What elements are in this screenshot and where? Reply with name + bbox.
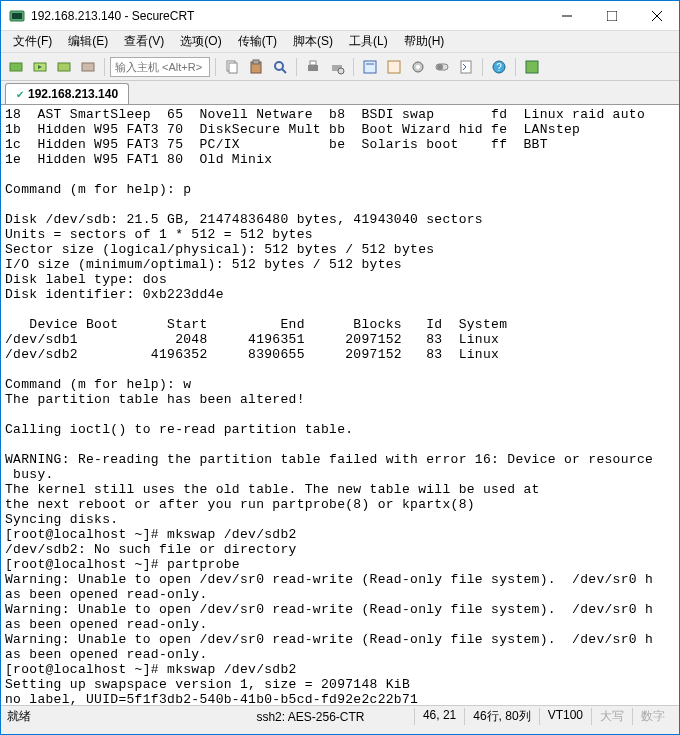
session-options-icon[interactable] <box>359 56 381 78</box>
statusbar: 就绪 ssh2: AES-256-CTR 46, 21 46行, 80列 VT1… <box>1 705 679 727</box>
svg-rect-17 <box>310 61 316 65</box>
separator <box>482 58 483 76</box>
script-icon[interactable] <box>455 56 477 78</box>
minimize-button[interactable] <box>544 1 589 31</box>
svg-rect-30 <box>526 61 538 73</box>
maximize-button[interactable] <box>589 1 634 31</box>
toolbar: ? <box>1 53 679 81</box>
reconnect-icon[interactable] <box>53 56 75 78</box>
separator <box>353 58 354 76</box>
tab-session[interactable]: ✔ 192.168.213.140 <box>5 83 129 104</box>
status-size: 46行, 80列 <box>464 708 538 725</box>
svg-point-14 <box>275 62 283 70</box>
svg-line-15 <box>282 69 286 73</box>
status-text: 就绪 <box>7 708 207 725</box>
status-connection: ssh2: AES-256-CTR <box>207 710 414 724</box>
find-icon[interactable] <box>269 56 291 78</box>
status-cursor-pos: 46, 21 <box>414 708 464 725</box>
sessions-icon[interactable] <box>521 56 543 78</box>
menu-view[interactable]: 查看(V) <box>116 31 172 52</box>
terminal-output[interactable]: 18 AST SmartSleep 65 Novell Netware b8 B… <box>1 105 679 705</box>
svg-rect-9 <box>82 63 94 71</box>
svg-rect-13 <box>253 60 259 64</box>
titlebar: 192.168.213.140 - SecureCRT <box>1 1 679 31</box>
menu-options[interactable]: 选项(O) <box>172 31 229 52</box>
svg-point-26 <box>437 64 443 70</box>
tab-label: 192.168.213.140 <box>28 87 118 101</box>
close-button[interactable] <box>634 1 679 31</box>
tab-bar: ✔ 192.168.213.140 <box>1 81 679 105</box>
svg-rect-1 <box>12 13 22 19</box>
svg-rect-6 <box>10 63 22 71</box>
host-input[interactable] <box>110 57 210 77</box>
svg-rect-22 <box>388 61 400 73</box>
toggle-icon[interactable] <box>431 56 453 78</box>
svg-text:?: ? <box>496 62 502 73</box>
global-options-icon[interactable] <box>383 56 405 78</box>
svg-rect-8 <box>58 63 70 71</box>
svg-rect-20 <box>364 61 376 73</box>
menubar: 文件(F) 编辑(E) 查看(V) 选项(O) 传输(T) 脚本(S) 工具(L… <box>1 31 679 53</box>
menu-edit[interactable]: 编辑(E) <box>60 31 116 52</box>
settings-icon[interactable] <box>407 56 429 78</box>
connect-icon[interactable] <box>5 56 27 78</box>
svg-rect-16 <box>308 65 318 71</box>
separator <box>104 58 105 76</box>
svg-point-24 <box>416 65 420 69</box>
copy-icon[interactable] <box>221 56 243 78</box>
separator <box>296 58 297 76</box>
menu-file[interactable]: 文件(F) <box>5 31 60 52</box>
disconnect-icon[interactable] <box>77 56 99 78</box>
help-icon[interactable]: ? <box>488 56 510 78</box>
separator <box>515 58 516 76</box>
tab-status-icon: ✔ <box>16 89 24 100</box>
svg-point-19 <box>338 68 344 74</box>
window-title: 192.168.213.140 - SecureCRT <box>31 9 544 23</box>
svg-rect-11 <box>229 63 237 73</box>
status-num: 数字 <box>632 708 673 725</box>
app-icon <box>9 8 25 24</box>
menu-tools[interactable]: 工具(L) <box>341 31 396 52</box>
quick-connect-icon[interactable] <box>29 56 51 78</box>
menu-transfer[interactable]: 传输(T) <box>230 31 285 52</box>
menu-script[interactable]: 脚本(S) <box>285 31 341 52</box>
paste-icon[interactable] <box>245 56 267 78</box>
status-term: VT100 <box>539 708 591 725</box>
printer-setup-icon[interactable] <box>326 56 348 78</box>
separator <box>215 58 216 76</box>
status-caps: 大写 <box>591 708 632 725</box>
svg-rect-3 <box>607 11 617 21</box>
print-icon[interactable] <box>302 56 324 78</box>
menu-help[interactable]: 帮助(H) <box>396 31 453 52</box>
